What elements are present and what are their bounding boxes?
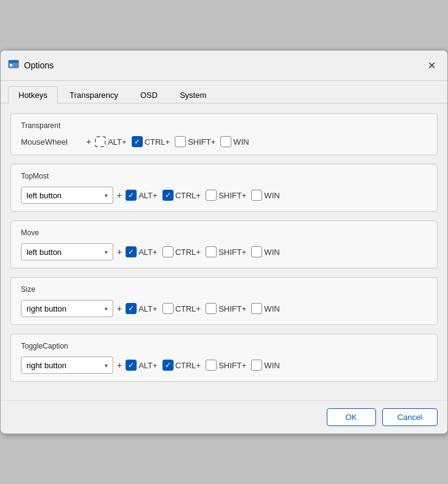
cb-topmost-ctrl[interactable] [162, 190, 174, 201]
cb-tc-ctrl-label: CTRL+ [175, 361, 201, 370]
window-icon [8, 60, 19, 71]
size-dropdown-arrow: ▾ [105, 305, 108, 312]
cb-group-topmost-ctrl: CTRL+ [162, 190, 202, 201]
title-bar: Options ✕ [1, 50, 447, 81]
cb-tc-win[interactable] [251, 360, 262, 371]
togglecaption-dropdown-value: right button [26, 361, 101, 370]
cb-transparent-shift[interactable] [175, 136, 186, 147]
mousewheel-label: MouseWheel [21, 137, 82, 147]
cb-transparent-ctrl[interactable] [132, 136, 143, 147]
cb-transparent-shift-label: SHIFT+ [188, 137, 215, 147]
togglecaption-hotkey-row: right button ▾ + ALT+ CTRL+ SHIFT+ [21, 357, 427, 374]
cb-transparent-ctrl-label: CTRL+ [145, 137, 170, 147]
cb-size-alt-label: ALT+ [138, 304, 157, 313]
cb-topmost-win[interactable] [251, 190, 262, 201]
cb-group-transparent-ctrl: CTRL+ [132, 136, 172, 147]
topmost-hotkey-row: left button ▾ + ALT+ CTRL+ SHIFT+ [21, 187, 427, 204]
cb-size-alt[interactable] [126, 303, 137, 314]
tab-hotkeys[interactable]: Hotkeys [8, 86, 58, 103]
cb-topmost-win-label: WIN [264, 191, 279, 200]
move-dropdown-value: left button [26, 248, 101, 257]
cb-transparent-alt-label: ALT+ [108, 137, 126, 147]
section-transparent-label: Transparent [21, 121, 427, 130]
tab-osd[interactable]: OSD [130, 86, 168, 103]
cb-group-tc-shift: SHIFT+ [206, 360, 247, 371]
tab-system[interactable]: System [169, 86, 217, 103]
size-hotkey-row: right button ▾ + ALT+ CTRL+ SHIFT+ [21, 300, 427, 317]
size-dropdown-value: right button [26, 304, 101, 313]
section-togglecaption-label: ToggleCaption [21, 342, 427, 350]
cb-topmost-ctrl-label: CTRL+ [175, 191, 201, 200]
cb-group-topmost-shift: SHIFT+ [206, 190, 247, 201]
section-size-label: Size [21, 285, 427, 294]
cb-move-shift-label: SHIFT+ [218, 248, 246, 257]
togglecaption-dropdown[interactable]: right button ▾ [21, 357, 113, 374]
close-button[interactable]: ✕ [423, 57, 440, 74]
cb-size-shift[interactable] [206, 303, 217, 314]
size-dropdown[interactable]: right button ▾ [21, 300, 113, 317]
section-togglecaption: ToggleCaption right button ▾ + ALT+ CTRL… [10, 334, 438, 382]
section-topmost: TopMost left button ▾ + ALT+ CTRL+ SHIF [10, 164, 438, 212]
title-bar-left: Options [8, 60, 54, 71]
plus-sign-2: + [117, 247, 122, 257]
tab-bar: Hotkeys Transparency OSD System [1, 81, 447, 103]
cb-group-size-win: WIN [251, 303, 281, 314]
cb-transparent-win-label: WIN [233, 137, 249, 147]
window-title: Options [24, 60, 54, 70]
cb-move-alt[interactable] [126, 246, 137, 257]
cb-size-win[interactable] [251, 303, 262, 314]
options-dialog: Options ✕ Hotkeys Transparency OSD Syste… [0, 50, 448, 434]
cb-transparent-win[interactable] [220, 136, 231, 147]
cancel-button[interactable]: Cancel [382, 408, 438, 426]
plus-sign-1: + [117, 190, 122, 200]
cb-move-win[interactable] [251, 246, 262, 257]
cb-group-tc-win: WIN [251, 360, 281, 371]
cb-move-shift[interactable] [206, 246, 217, 257]
dialog-footer: OK Cancel [1, 400, 447, 434]
cb-group-transparent-shift: SHIFT+ [175, 136, 217, 147]
plus-sign-4: + [117, 360, 122, 370]
topmost-dropdown-arrow: ▾ [105, 192, 108, 199]
section-move: Move left button ▾ + ALT+ CTRL+ SHIFT+ [10, 220, 438, 268]
cb-move-ctrl[interactable] [162, 246, 174, 257]
cb-group-move-win: WIN [251, 246, 281, 257]
ok-button[interactable]: OK [327, 408, 376, 426]
cb-transparent-alt[interactable] [95, 136, 106, 147]
togglecaption-dropdown-arrow: ▾ [105, 362, 108, 369]
section-topmost-label: TopMost [21, 172, 427, 180]
cb-group-topmost-alt: ALT+ [126, 190, 158, 201]
cb-move-alt-label: ALT+ [138, 248, 157, 257]
section-transparent: Transparent MouseWheel + ALT+ CTRL+ SHIF… [10, 113, 438, 155]
cb-group-tc-ctrl: CTRL+ [162, 360, 202, 371]
cb-group-move-shift: SHIFT+ [206, 246, 247, 257]
move-dropdown[interactable]: left button ▾ [21, 243, 113, 260]
cb-group-move-ctrl: CTRL+ [162, 246, 202, 257]
cb-tc-ctrl[interactable] [162, 360, 174, 371]
topmost-dropdown-value: left button [26, 191, 101, 200]
cb-tc-shift[interactable] [206, 360, 217, 371]
cb-tc-alt-label: ALT+ [138, 361, 157, 370]
svg-rect-2 [10, 64, 12, 67]
cb-group-size-alt: ALT+ [126, 303, 158, 314]
cb-group-size-shift: SHIFT+ [206, 303, 247, 314]
cb-tc-shift-label: SHIFT+ [218, 361, 246, 370]
cb-size-ctrl[interactable] [162, 303, 174, 314]
cb-group-topmost-win: WIN [251, 190, 281, 201]
cb-size-shift-label: SHIFT+ [218, 304, 246, 313]
cb-topmost-shift-label: SHIFT+ [218, 191, 246, 200]
cb-move-ctrl-label: CTRL+ [175, 248, 201, 257]
cb-size-win-label: WIN [264, 304, 279, 313]
cb-topmost-alt-label: ALT+ [138, 191, 157, 200]
cb-group-size-ctrl: CTRL+ [162, 303, 202, 314]
cb-topmost-alt[interactable] [126, 190, 137, 201]
cb-move-win-label: WIN [264, 248, 279, 257]
section-move-label: Move [21, 228, 427, 237]
tab-transparency[interactable]: Transparency [59, 86, 129, 103]
topmost-dropdown[interactable]: left button ▾ [21, 187, 113, 204]
cb-group-move-alt: ALT+ [126, 246, 158, 257]
plus-sign-0: + [86, 137, 91, 147]
plus-sign-3: + [117, 304, 122, 313]
cb-topmost-shift[interactable] [206, 190, 217, 201]
cb-tc-alt[interactable] [126, 360, 137, 371]
move-hotkey-row: left button ▾ + ALT+ CTRL+ SHIFT+ [21, 243, 427, 260]
